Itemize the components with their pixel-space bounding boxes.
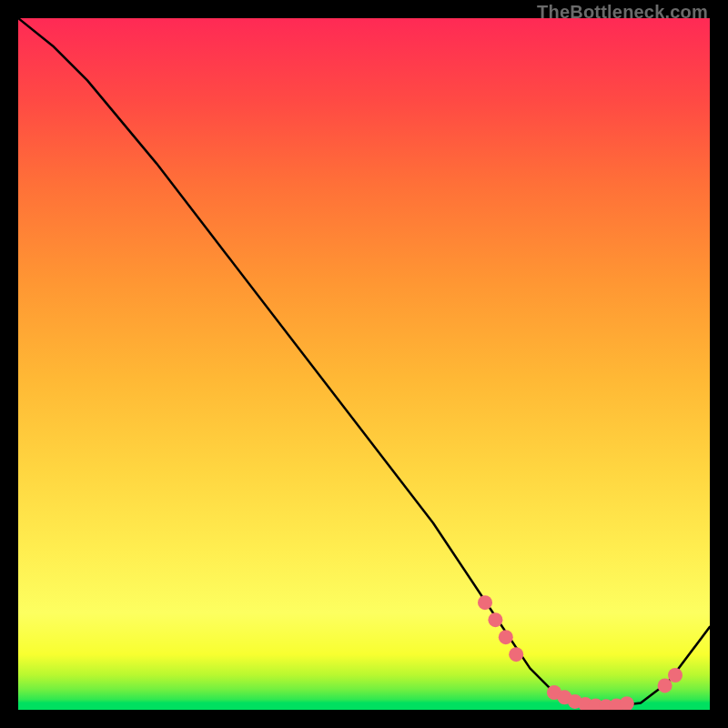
chart-svg [18, 18, 710, 710]
chart-plot-area [18, 18, 710, 710]
chart-marker [620, 696, 634, 710]
chart-marker [488, 612, 502, 627]
chart-marker [668, 668, 682, 682]
chart-curve [18, 18, 710, 706]
chart-marker [478, 595, 492, 610]
chart-marker [509, 647, 523, 662]
attribution-label: TheBottleneck.com [537, 2, 708, 23]
chart-marker [499, 630, 513, 644]
chart-frame: TheBottleneck.com [0, 0, 728, 728]
chart-marker [658, 678, 672, 693]
